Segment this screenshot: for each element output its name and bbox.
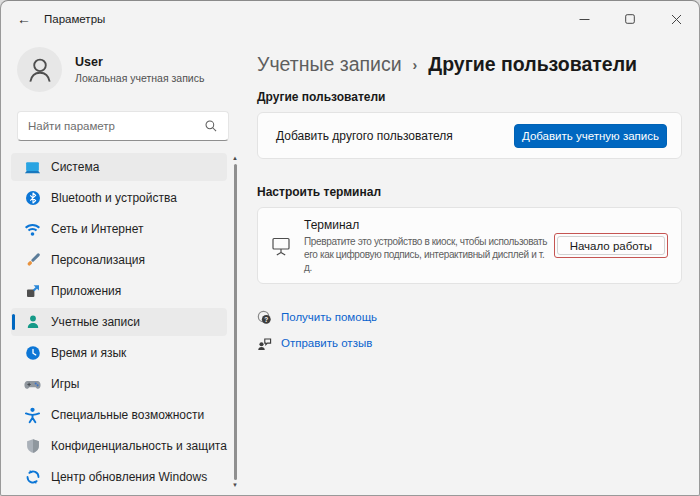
- sidebar-item-time-language[interactable]: Время и язык: [11, 339, 227, 367]
- scroll-down-icon[interactable]: ▼: [232, 482, 238, 489]
- main-content: Учетные записи › Другие пользователи Дру…: [257, 37, 682, 495]
- app-title: Параметры: [44, 13, 105, 25]
- help-links: ? Получить помощь Отправить отзыв: [257, 304, 682, 356]
- add-user-text: Добавить другого пользователя: [276, 129, 514, 143]
- apps-icon: [24, 283, 41, 300]
- sidebar-item-system[interactable]: Система: [11, 153, 227, 181]
- scroll-up-icon[interactable]: ▲: [232, 155, 238, 162]
- account-type: Локальная учетная запись: [75, 72, 204, 84]
- breadcrumb: Учетные записи › Другие пользователи: [257, 50, 682, 79]
- breadcrumb-separator-icon: ›: [413, 52, 418, 79]
- kiosk-icon: [269, 235, 293, 257]
- sidebar-item-personalization[interactable]: Персонализация: [11, 246, 227, 274]
- user-profile[interactable]: User Локальная учетная запись: [17, 47, 245, 92]
- add-account-button[interactable]: Добавить учетную запись: [514, 124, 667, 148]
- sidebar-item-accounts[interactable]: Учетные записи: [11, 308, 227, 336]
- sidebar: User Локальная учетная запись Найти пара…: [1, 37, 245, 495]
- get-started-button[interactable]: Начало работы: [557, 236, 665, 255]
- search-placeholder: Найти параметр: [28, 120, 204, 132]
- add-user-card: Добавить другого пользователя Добавить у…: [257, 112, 682, 159]
- sidebar-item-windows-update[interactable]: Центр обновления Windows: [11, 463, 227, 491]
- page-title: Другие пользователи: [428, 51, 637, 78]
- send-feedback-link[interactable]: Отправить отзыв: [281, 337, 372, 349]
- sidebar-scrollbar[interactable]: ▲ ▼: [231, 155, 239, 489]
- svg-text:?: ?: [264, 315, 268, 322]
- breadcrumb-parent[interactable]: Учетные записи: [257, 51, 402, 78]
- network-icon: [24, 221, 41, 238]
- person-icon: [23, 53, 57, 87]
- windows-update-icon: [24, 469, 41, 486]
- get-help-row[interactable]: ? Получить помощь: [257, 304, 682, 330]
- search-input[interactable]: Найти параметр: [17, 111, 229, 141]
- get-help-link[interactable]: Получить помощь: [281, 311, 377, 323]
- close-button[interactable]: [653, 1, 699, 37]
- sidebar-item-bluetooth[interactable]: Bluetooth и устройства: [11, 184, 227, 212]
- accounts-icon: [24, 314, 41, 331]
- privacy-icon: [24, 438, 41, 455]
- maximize-icon: [625, 14, 635, 24]
- minimize-button[interactable]: [561, 1, 607, 37]
- maximize-button[interactable]: [607, 1, 653, 37]
- scrollbar-thumb[interactable]: [234, 164, 237, 480]
- sidebar-item-accessibility[interactable]: Специальные возможности: [11, 401, 227, 429]
- gaming-icon: [24, 376, 41, 393]
- back-button[interactable]: ←: [17, 11, 31, 27]
- sidebar-item-network[interactable]: Сеть и Интернет: [11, 215, 227, 243]
- kiosk-description: Превратите это устройство в киоск, чтобы…: [304, 235, 554, 274]
- sidebar-item-gaming[interactable]: Игры: [11, 370, 227, 398]
- sidebar-item-privacy[interactable]: Конфиденциальность и защита: [11, 432, 227, 460]
- window-controls: [561, 1, 699, 37]
- annotation-highlight: Начало работы: [554, 233, 668, 259]
- user-name: User: [75, 55, 204, 69]
- accessibility-icon: [24, 407, 41, 424]
- feedback-icon: [257, 336, 272, 351]
- sidebar-item-apps[interactable]: Приложения: [11, 277, 227, 305]
- search-icon: [204, 119, 218, 133]
- system-icon: [24, 159, 41, 176]
- settings-window: ← Параметры User Локальная у: [0, 0, 700, 496]
- kiosk-title: Терминал: [304, 218, 554, 232]
- titlebar: ← Параметры: [1, 1, 699, 37]
- personalization-icon: [24, 252, 41, 269]
- kiosk-card: Терминал Превратите это устройство в кио…: [257, 207, 682, 284]
- get-help-icon: ?: [257, 310, 272, 325]
- close-icon: [671, 14, 682, 25]
- feedback-row[interactable]: Отправить отзыв: [257, 330, 682, 356]
- bluetooth-icon: [24, 190, 41, 207]
- section-label-other-users: Другие пользователи: [257, 90, 682, 104]
- section-label-kiosk: Настроить терминал: [257, 185, 682, 199]
- time-language-icon: [24, 345, 41, 362]
- sidebar-nav: Система Bluetooth и устройства Сеть и Ин…: [11, 153, 227, 494]
- avatar: [17, 47, 62, 92]
- minimize-icon: [579, 14, 590, 25]
